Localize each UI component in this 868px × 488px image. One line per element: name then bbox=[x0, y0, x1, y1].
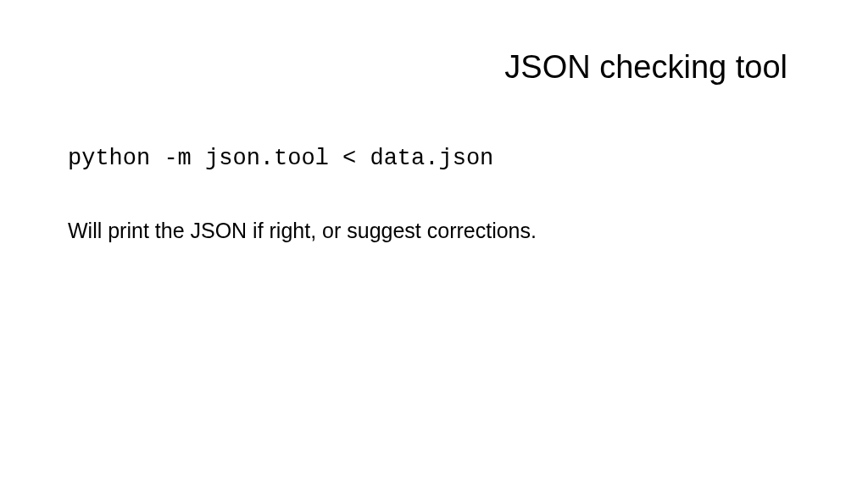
slide-title: JSON checking tool bbox=[504, 49, 787, 86]
description-text: Will print the JSON if right, or suggest… bbox=[68, 219, 537, 243]
code-snippet: python -m json.tool < data.json bbox=[68, 146, 493, 171]
